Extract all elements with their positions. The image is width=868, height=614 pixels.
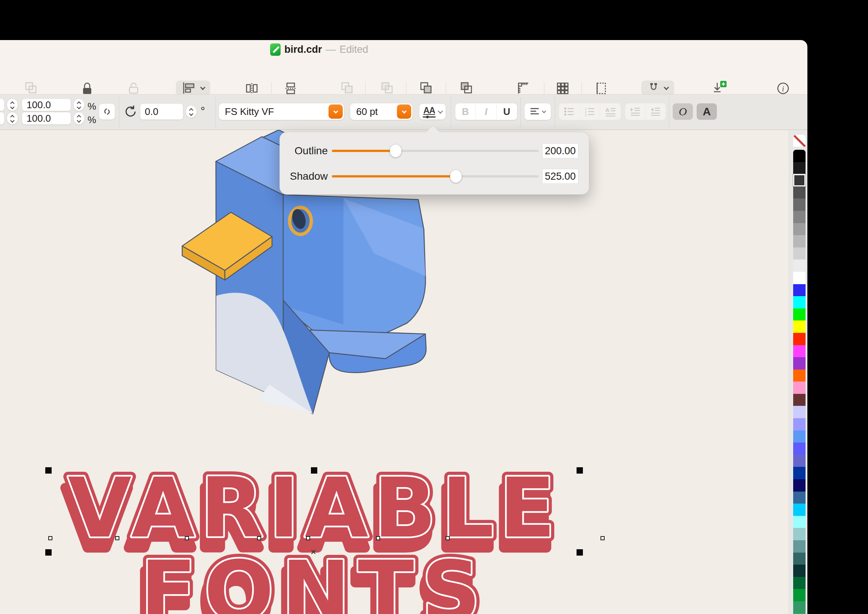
palette-swatch[interactable] [793,260,806,272]
font-family-combo[interactable]: FS Kitty VF [219,103,344,120]
underline-button[interactable]: U [496,103,517,120]
palette-swatch[interactable] [793,357,806,370]
font-family-dropdown-button[interactable] [329,104,343,119]
palette-swatch[interactable] [793,284,806,297]
selection-handle-middle-left[interactable] [45,549,52,556]
outline-slider[interactable] [332,150,539,152]
palette-swatch[interactable] [793,455,806,467]
grid-button[interactable]: View [553,58,572,94]
palette-swatch[interactable] [793,394,806,406]
palette-swatch[interactable] [793,491,806,504]
palette-swatch[interactable] [793,308,806,321]
palette-swatch[interactable] [793,406,806,418]
variable-fonts-text[interactable]: VARIABLE FONTS VARIABLE FONTS VARIABLE F… [0,130,789,614]
palette-swatch[interactable] [793,443,806,455]
palette-swatch[interactable] [793,577,806,589]
palette-swatch[interactable] [793,296,806,308]
lock-button[interactable]: Lock [72,58,102,94]
glyph-node-marker[interactable] [185,536,189,540]
y-stepper[interactable] [7,112,18,125]
rotation-field[interactable]: 0.0 [140,103,183,120]
bullet-list-button[interactable] [559,103,580,120]
text-alignment-dropdown[interactable] [524,103,551,120]
italic-button[interactable]: I [476,103,496,120]
glyph-node-marker[interactable] [257,536,261,540]
x-stepper[interactable] [7,98,18,111]
bold-button[interactable]: B [455,103,476,120]
indent-decrease-button[interactable] [645,103,666,120]
glyph-node-marker[interactable] [446,536,450,540]
outline-value-field[interactable]: 200.00 [542,143,578,159]
palette-swatch[interactable] [793,235,806,247]
unlock-button[interactable]: Unlock [117,58,150,94]
glyph-node-marker[interactable] [600,536,604,540]
ruler-button[interactable] [514,58,532,94]
palette-swatch[interactable] [793,272,806,284]
glyph-node-marker[interactable] [306,536,310,540]
palette-swatch[interactable] [793,516,806,528]
palette-swatch[interactable] [793,381,806,394]
titlebar[interactable]: bird.cdr — Edited [0,40,808,58]
document-icon[interactable] [270,44,281,56]
palette-swatch[interactable] [793,479,806,491]
palette-swatch[interactable] [793,601,806,614]
inspectors-button[interactable]: i Inspectors [763,58,803,94]
alignment-button[interactable]: Alignment [170,58,216,94]
object-y-field[interactable] [0,112,5,125]
guidelines-button[interactable] [592,58,610,94]
palette-swatch[interactable] [793,589,806,601]
glyph-node-marker[interactable] [48,536,53,540]
get-more-button[interactable]: Get More... [698,58,739,94]
no-color-swatch[interactable] [793,135,806,147]
selection-handle-top-left[interactable] [45,467,52,474]
arrange-back-button[interactable] [457,58,476,94]
palette-swatch[interactable] [793,528,806,540]
palette-swatch[interactable] [793,370,806,382]
scale-width-field[interactable]: 100.0 [22,98,71,111]
numbered-list-button[interactable]: 123 [580,103,600,120]
palette-swatch[interactable] [793,467,806,479]
glyph-node-marker[interactable] [115,536,119,540]
palette-swatch[interactable] [793,540,806,553]
selection-handle-middle-right[interactable] [577,549,583,556]
outline-slider-thumb[interactable] [390,145,401,157]
palette-swatch[interactable] [793,187,806,199]
mirror-vertical-button[interactable] [281,58,300,94]
font-size-combo[interactable]: 60 pt [350,103,413,120]
palette-swatch[interactable] [793,162,806,174]
scale-height-field[interactable]: 100.0 [22,112,71,125]
arrange-forward-button[interactable] [338,58,356,94]
indent-increase-button[interactable] [625,103,645,120]
ungroup-button[interactable]: Ungroup [12,58,50,94]
palette-swatch[interactable] [793,345,806,358]
lock-ratio-button[interactable] [99,103,115,120]
palette-swatch[interactable] [793,333,806,345]
palette-swatch[interactable] [793,199,806,211]
mirror-horizontal-button[interactable] [242,58,261,94]
selection-handle-top-right[interactable] [577,467,583,474]
palette-swatch[interactable] [793,247,806,260]
palette-swatch[interactable] [793,174,806,187]
font-size-dropdown-button[interactable] [397,104,411,119]
palette-swatch[interactable] [793,431,806,443]
variable-font-axes-button[interactable]: AA [419,103,446,120]
scale-height-stepper[interactable] [73,112,85,125]
object-x-field[interactable] [0,98,5,111]
drawing-canvas[interactable]: VARIABLE FONTS VARIABLE FONTS VARIABLE F… [0,130,789,614]
selection-handle-top-center[interactable] [311,467,317,474]
palette-swatch[interactable] [793,564,806,577]
palette-swatch[interactable] [793,504,806,516]
palette-swatch[interactable] [793,211,806,223]
snap-to-button[interactable]: Snap To [636,58,679,94]
palette-swatch[interactable] [793,150,806,162]
outline-color-button[interactable]: O [673,103,693,120]
palette-swatch[interactable] [793,553,806,565]
glyph-node-marker[interactable] [376,536,380,540]
fill-color-button[interactable]: A [697,103,717,120]
palette-swatch[interactable] [793,223,806,235]
palette-swatch[interactable] [793,418,806,431]
palette-swatch[interactable] [793,320,806,333]
shadow-slider[interactable] [332,175,539,177]
shadow-value-field[interactable]: 525.00 [542,169,578,184]
drop-cap-button[interactable]: A [600,103,621,120]
